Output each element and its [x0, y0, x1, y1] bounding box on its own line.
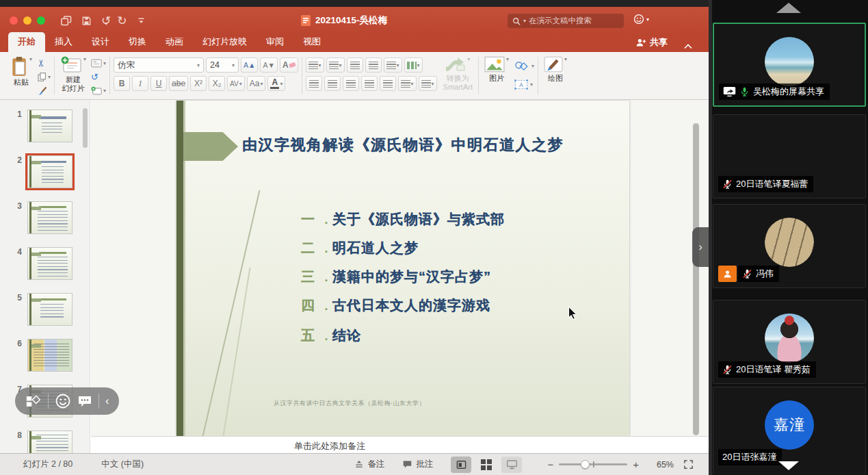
thumbnail-row-6[interactable]: 6 [0, 339, 90, 372]
format-painter-button[interactable] [37, 84, 51, 97]
bold-button[interactable]: B [114, 76, 130, 91]
annotation-shapes-icon[interactable] [25, 395, 42, 408]
align-text-button[interactable]: ▾ [419, 76, 437, 91]
picture-button[interactable]: ▾ 图片 [482, 55, 511, 84]
slide-thumbnail[interactable] [27, 110, 73, 142]
shapes-dropdown-icon[interactable]: ▾ [531, 63, 534, 69]
cut-button[interactable]: ✂ [37, 57, 51, 69]
thumbnail-scrollbar[interactable] [83, 108, 88, 148]
zoom-slider[interactable] [559, 463, 627, 465]
redo-icon[interactable]: ↻ [117, 15, 127, 27]
slide-thumbnail-selected[interactable] [27, 155, 73, 188]
zoom-out-button[interactable]: − [542, 459, 559, 470]
collapse-toolbar-chevron-icon[interactable]: ‹ [105, 395, 109, 407]
new-slide-button[interactable]: ▾ 新建幻灯片 [58, 55, 88, 93]
shapes-button[interactable]: ▾ [514, 60, 534, 73]
zoom-percentage[interactable]: 65% [657, 460, 674, 470]
editor-scrollbar[interactable] [693, 123, 699, 435]
participant-tile[interactable]: 冯伟 [713, 204, 866, 288]
slide-thumbnail[interactable] [27, 339, 73, 372]
collapse-ribbon-button[interactable] [684, 40, 692, 52]
notes-toggle[interactable]: 备注 [354, 459, 384, 470]
participant-tile[interactable]: 20日语笔译夏福蕾 [713, 114, 866, 198]
justify-button[interactable] [361, 76, 378, 91]
align-right-button[interactable] [343, 76, 359, 91]
feedback-button[interactable]: ▾ [633, 13, 649, 25]
paste-button[interactable]: ▾ 粘贴 [8, 55, 34, 88]
thumbnail-row-3[interactable]: 3 [0, 201, 90, 234]
normal-view-button[interactable] [451, 457, 471, 473]
participant-tile[interactable]: 20日语笔译 瞿秀茹 [713, 300, 866, 384]
textbox-button[interactable]: A▾ [514, 79, 534, 91]
draw-button[interactable]: ▾ 绘图 [542, 55, 569, 84]
increase-indent-button[interactable] [365, 57, 382, 73]
slide-sorter-button[interactable] [476, 457, 497, 473]
copy-dropdown-icon[interactable]: ▾ [48, 74, 51, 80]
grow-font-button[interactable]: A▲ [241, 57, 258, 73]
slide-thumbnail[interactable] [27, 293, 73, 326]
slide-thumbnail[interactable] [27, 431, 73, 453]
slide-outline-list[interactable]: 一.关于《源氏物语》与紫式部 二.明石道人之梦 三.漢籍中的梦与“汉字占梦” 四… [301, 210, 505, 355]
new-slide-dropdown-icon[interactable]: ▾ [83, 56, 86, 62]
section-dropdown-icon[interactable]: ▾ [103, 88, 106, 94]
subscript-button[interactable]: X₂ [209, 76, 225, 91]
decrease-indent-button[interactable] [347, 57, 363, 73]
thumbnail-row-4[interactable]: 4 [0, 247, 90, 280]
textbox-dropdown-icon[interactable]: ▾ [530, 81, 533, 88]
character-spacing-button[interactable]: AV▾ [227, 76, 245, 91]
notes-placeholder[interactable]: 单击此处添加备注 [294, 440, 365, 452]
comments-toggle[interactable]: 批注 [402, 459, 433, 470]
columns-button[interactable]: ▾ [404, 57, 423, 73]
language-indicator[interactable]: 中文 (中国) [101, 459, 144, 470]
tab-insert[interactable]: 插入 [45, 32, 82, 52]
notes-pane[interactable]: 单击此处添加备注 [91, 436, 709, 453]
text-direction-button[interactable]: ▾ [398, 76, 417, 91]
tab-slideshow[interactable]: 幻灯片放映 [193, 32, 257, 52]
tab-design[interactable]: 设计 [82, 32, 119, 52]
font-name-select[interactable]: 仿宋▾ [114, 57, 204, 73]
slide-title[interactable]: 由汉字视角解读《源氏物语》中明石道人之梦 [242, 135, 625, 155]
share-button[interactable]: 共享 [635, 36, 668, 49]
reset-slide-button[interactable]: ↺ [91, 70, 106, 83]
slide-thumbnail[interactable] [27, 201, 73, 234]
save-icon[interactable] [81, 16, 92, 26]
thumbnail-row-5[interactable]: 5 [0, 293, 90, 326]
change-case-button[interactable]: Aa▾ [247, 76, 266, 91]
copy-button[interactable]: ▾ [37, 70, 51, 83]
numbering-button[interactable]: ▾ [326, 57, 345, 73]
font-color-button[interactable]: A▾ [267, 76, 285, 91]
italic-button[interactable]: I [132, 76, 148, 91]
tab-transitions[interactable]: 切换 [119, 32, 156, 52]
line-spacing-button[interactable]: ▾ [384, 57, 402, 73]
section-button[interactable]: ▾ [91, 84, 106, 97]
minimize-window-button[interactable] [23, 16, 31, 25]
superscript-button[interactable]: X² [190, 76, 207, 91]
strikethrough-button[interactable]: abe [169, 76, 188, 91]
reactions-smiley-icon[interactable] [55, 393, 71, 409]
fit-slide-icon[interactable] [683, 459, 694, 470]
scroll-down-triangle[interactable] [778, 461, 799, 470]
slide-thumbnail[interactable] [27, 247, 73, 280]
zoom-slider-knob[interactable] [581, 460, 590, 469]
distribute-button[interactable] [380, 76, 396, 91]
feedback-dropdown-icon[interactable]: ▾ [646, 16, 649, 23]
zoom-window-button[interactable] [37, 16, 45, 25]
picture-dropdown-icon[interactable]: ▾ [506, 56, 509, 62]
align-center-button[interactable] [324, 76, 341, 91]
slideshow-button[interactable] [501, 457, 522, 473]
new-from-template-icon[interactable] [60, 16, 72, 26]
thumbnail-row-1[interactable]: 1 [0, 110, 90, 142]
thumbnail-row-8[interactable]: 8 [0, 431, 90, 453]
chat-bubble-icon[interactable] [77, 395, 92, 408]
convert-smartart-button[interactable]: ▾ 转换为SmartArt [441, 55, 475, 92]
search-input[interactable]: ▾ 在演示文稿中搜索 [508, 14, 624, 28]
participant-tile[interactable]: 吴松梅的屏幕共享 [713, 23, 866, 107]
layout-button[interactable]: ▾ [91, 57, 106, 69]
paste-dropdown-icon[interactable]: ▾ [29, 56, 32, 62]
toolbar-overflow-icon[interactable] [137, 16, 146, 25]
sidebar-expand-handle[interactable]: › [692, 227, 709, 267]
shrink-font-button[interactable]: A▼ [260, 57, 277, 73]
tab-view[interactable]: 视图 [293, 32, 330, 52]
underline-button[interactable]: U [150, 76, 167, 91]
tab-animations[interactable]: 动画 [156, 32, 193, 52]
